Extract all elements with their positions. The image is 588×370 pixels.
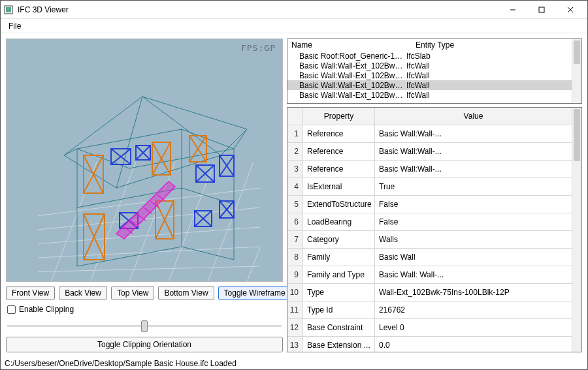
- menu-file[interactable]: File: [5, 20, 25, 32]
- back-view-button[interactable]: Back View: [59, 286, 107, 300]
- slider-thumb[interactable]: [141, 320, 148, 332]
- enable-clipping-checkbox[interactable]: [7, 305, 16, 314]
- svg-line-17: [240, 162, 260, 282]
- app-window: IFC 3D Viewer File FPS:GP: [0, 0, 588, 370]
- list-item[interactable]: Basic Wall:Wall-Ext_102Bwk-75...IfcWall: [287, 80, 572, 90]
- svg-rect-3: [539, 7, 544, 12]
- property-table-scrollbar[interactable]: [572, 108, 581, 352]
- app-icon: [3, 5, 14, 15]
- table-row[interactable]: 2ReferenceBasic Wall:Wall-...: [287, 143, 572, 161]
- table-row[interactable]: 6LoadBearingFalse: [287, 213, 572, 231]
- toggle-wireframe-button[interactable]: Toggle Wireframe: [218, 286, 291, 300]
- toggle-clipping-orientation-button[interactable]: Toggle Clipping Orientation: [6, 337, 283, 352]
- maximize-button[interactable]: [527, 1, 556, 19]
- svg-line-19: [182, 188, 234, 204]
- list-item[interactable]: Basic Wall:Wall-Ext_102Bwk-75...IfcWall: [287, 90, 572, 100]
- close-button[interactable]: [556, 1, 585, 19]
- list-item[interactable]: Basic Wall:Wall-Ext_102Bwk-75...IfcWall: [287, 70, 572, 80]
- top-view-button[interactable]: Top View: [111, 286, 154, 300]
- svg-line-16: [201, 162, 253, 282]
- table-row[interactable]: 11Type Id216762: [287, 301, 572, 319]
- svg-line-9: [38, 244, 260, 260]
- entity-list-header: Name Entity Type: [287, 39, 572, 51]
- col-index: [287, 108, 303, 125]
- table-row[interactable]: 1ReferenceBasic Wall:Wall-...: [287, 125, 572, 143]
- table-row[interactable]: 10TypeWall-Ext_102Bwk-75Ins-100LBlk-12P: [287, 284, 572, 301]
- table-row[interactable]: 9Family and TypeBasic Wall: Wall-...: [287, 266, 572, 284]
- col-entity-type[interactable]: Entity Type: [412, 39, 458, 51]
- title-bar: IFC 3D Viewer: [1, 1, 587, 19]
- table-row[interactable]: 3ReferenceBasic Wall:Wall-...: [287, 161, 572, 178]
- table-row[interactable]: 8FamilyBasic Wall: [287, 249, 572, 266]
- bottom-view-button[interactable]: Bottom View: [158, 286, 214, 300]
- list-item[interactable]: Basic Roof:Roof_Generic-125m...IfcSlab: [287, 51, 572, 61]
- table-row[interactable]: 7CategoryWalls: [287, 231, 572, 249]
- property-table-header: Property Value: [287, 108, 572, 125]
- table-row[interactable]: 13Base Extension ...0.0: [287, 337, 572, 352]
- table-row[interactable]: 4IsExternalTrue: [287, 178, 572, 196]
- col-property[interactable]: Property: [303, 108, 375, 125]
- col-name[interactable]: Name: [287, 39, 412, 51]
- enable-clipping-label: Enable Clipping: [19, 305, 74, 314]
- list-item[interactable]: Basic Wall:Wall-Ext_102Bwk-75...IfcWall: [287, 61, 572, 70]
- svg-line-23: [234, 129, 247, 149]
- entity-list: Name Entity Type Basic Roof:Roof_Generic…: [287, 39, 582, 104]
- house-wireframe-icon: [38, 51, 260, 282]
- col-value[interactable]: Value: [375, 108, 572, 125]
- svg-line-22: [64, 149, 77, 155]
- svg-line-10: [38, 265, 260, 273]
- status-bar: C:/Users/beser/OneDrive/Desktop/Sample B…: [1, 358, 587, 369]
- table-row[interactable]: 5ExtendToStructureFalse: [287, 196, 572, 213]
- minimize-button[interactable]: [498, 1, 527, 19]
- table-row[interactable]: 12Base ConstraintLevel 0: [287, 319, 572, 337]
- property-table: Property Value 1ReferenceBasic Wall:Wall…: [287, 107, 582, 352]
- menu-bar: File: [1, 19, 587, 33]
- clipping-slider[interactable]: [7, 318, 282, 333]
- window-title: IFC 3D Viewer: [18, 5, 498, 14]
- svg-line-20: [116, 97, 142, 188]
- front-view-button[interactable]: Front View: [6, 286, 55, 300]
- entity-list-scrollbar[interactable]: [572, 39, 581, 103]
- status-text: C:/Users/beser/OneDrive/Desktop/Sample B…: [5, 359, 237, 368]
- 3d-viewport[interactable]: FPS:GP: [6, 39, 283, 282]
- svg-rect-1: [6, 7, 11, 12]
